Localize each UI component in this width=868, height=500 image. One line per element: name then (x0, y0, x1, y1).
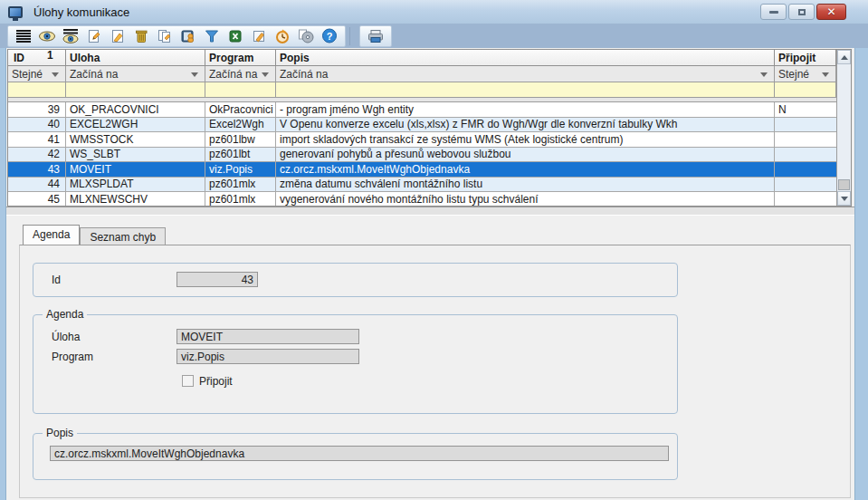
filter-combo-uloha[interactable]: Začíná na (66, 66, 205, 82)
column-header-uloha[interactable]: Uloha (66, 50, 205, 65)
table-cell[interactable]: pz601mlx (205, 178, 276, 192)
new-record-icon[interactable] (82, 26, 106, 45)
agenda-group-legend: Agenda (43, 308, 87, 321)
table-cell[interactable]: viz.Popis (205, 162, 276, 177)
detail-panel: Agenda Seznam chyb Id 43 Agenda Úloha MO… (6, 216, 854, 500)
chevron-down-icon (822, 72, 829, 77)
table-cell[interactable]: 42 (8, 148, 66, 162)
filter-combo-pripojit[interactable]: Stejné (775, 66, 836, 82)
table-cell[interactable]: cz.orcz.mskxml.MoveItWghObjednavka (276, 162, 775, 177)
table-cell[interactable]: MLXNEWSCHV (66, 192, 205, 206)
filter-input-popis[interactable] (276, 82, 775, 97)
table-cell[interactable]: V Openu konverze excelu (xls,xlsx) z FMR… (276, 118, 775, 132)
table-cell[interactable] (775, 162, 836, 177)
id-field: 43 (176, 272, 258, 287)
column-header-pripojit[interactable]: Připojit (775, 50, 836, 65)
edit-note-icon[interactable] (247, 26, 271, 45)
table-cell[interactable]: 40 (8, 118, 66, 132)
toolbar-separator (349, 27, 350, 45)
filter-input-pripojit[interactable] (775, 82, 836, 97)
view-eye-columns-icon[interactable] (59, 26, 82, 45)
filter-combo-id[interactable]: Stejné (8, 66, 66, 82)
table-cell[interactable]: WS_SLBT (66, 148, 205, 162)
table-cell[interactable]: 39 (8, 102, 66, 117)
column-header-id[interactable]: ID 1 (8, 50, 66, 65)
print-icon[interactable] (364, 26, 387, 45)
table-cell[interactable]: OkPracovnici (205, 102, 276, 117)
svg-text:?: ? (327, 31, 333, 42)
filter-combo-program[interactable]: Začíná na (205, 66, 276, 82)
view-eye-icon[interactable] (35, 26, 59, 45)
restore-button[interactable] (788, 4, 815, 20)
minimize-button[interactable] (760, 4, 787, 20)
table-cell[interactable] (775, 118, 836, 132)
table-cell[interactable]: 41 (8, 132, 66, 147)
filter-value-row (8, 82, 836, 98)
table-cell[interactable]: 43 (8, 162, 66, 177)
filter-icon[interactable] (200, 26, 224, 45)
table-cell[interactable] (775, 148, 836, 162)
splitter[interactable] (6, 207, 854, 216)
table-cell[interactable]: - program jméno Wgh entity (276, 102, 775, 117)
table-row[interactable]: 40EXCEL2WGHExcel2WghV Openu konverze exc… (8, 118, 836, 133)
filter-input-program[interactable] (205, 82, 276, 97)
filter-input-uloha[interactable] (66, 82, 205, 97)
help-icon[interactable]: ? (318, 26, 341, 45)
table-cell[interactable]: import skladových transakcí ze systému W… (276, 132, 775, 147)
table-row[interactable]: 41WMSSTOCKpz601lbwimport skladových tran… (8, 132, 836, 148)
table-row[interactable]: 39OK_PRACOVNICIOkPracovnici- program jmé… (8, 102, 836, 118)
table-cell[interactable]: OK_PRACOVNICI (66, 102, 205, 117)
chevron-down-icon (191, 72, 198, 77)
table-cell[interactable]: pz601lbw (205, 132, 276, 147)
id-groupbox: Id 43 (33, 263, 678, 297)
sort-indicator: 1 (47, 50, 56, 61)
table-row[interactable]: 45MLXNEWSCHVpz601mlxvygenerování nového … (8, 192, 836, 206)
pripojit-checkbox-label: Připojit (199, 375, 233, 388)
table-cell[interactable]: Excel2Wgh (205, 118, 276, 132)
table-row[interactable]: 43MOVEITviz.Popiscz.orcz.mskxml.MoveItWg… (8, 162, 836, 178)
table-cell[interactable]: generovaní pohybů a přesunů webovou služ… (276, 148, 775, 162)
column-header-popis[interactable]: Popis (276, 50, 775, 65)
tab-content: Id 43 Agenda Úloha MOVEIT Program viz.Po… (19, 245, 851, 498)
table-row[interactable]: 42WS_SLBTpz601lbtgenerovaní pohybů a pře… (8, 148, 836, 163)
scroll-up-button[interactable] (837, 50, 851, 64)
delete-record-icon[interactable] (129, 26, 153, 45)
table-cell[interactable] (775, 192, 836, 206)
grid-header-row: ID 1 Uloha Program Popis Připojit (8, 50, 836, 66)
scrollbar-thumb[interactable] (838, 179, 850, 190)
table-cell[interactable]: MOVEIT (66, 162, 205, 177)
scroll-down-button[interactable] (837, 191, 851, 206)
table-cell[interactable] (775, 178, 836, 192)
vertical-scrollbar[interactable] (836, 50, 851, 206)
table-cell[interactable]: WMSSTOCK (66, 132, 205, 147)
disc-icon[interactable] (294, 26, 318, 45)
copy-record-icon[interactable] (153, 26, 176, 45)
tab-seznam-chyb[interactable]: Seznam chyb (80, 227, 166, 245)
table-cell[interactable]: EXCEL2WGH (66, 118, 205, 132)
table-cell[interactable]: změna datumu schválení montážního listu (276, 178, 775, 192)
table-cell[interactable] (775, 132, 836, 147)
app-icon (8, 6, 23, 18)
pripojit-checkbox[interactable] (182, 375, 194, 387)
filter-combo-popis[interactable]: Začíná na (276, 66, 775, 82)
table-cell[interactable]: pz601mlx (205, 192, 276, 206)
filter-input-id[interactable] (8, 82, 66, 97)
chevron-down-icon (262, 72, 269, 77)
program-label: Program (52, 351, 93, 363)
refresh-clock-icon[interactable] (271, 26, 294, 45)
browse-book-icon[interactable] (176, 26, 200, 45)
table-cell[interactable]: MLXSPLDAT (66, 178, 205, 192)
table-cell[interactable]: 45 (8, 192, 66, 206)
tab-agenda[interactable]: Agenda (23, 225, 80, 245)
popis-groupbox: Popis cz.orcz.mskxml.MoveItWghObjednavka (33, 433, 678, 480)
column-header-program[interactable]: Program (205, 50, 276, 65)
table-cell[interactable]: 44 (8, 178, 66, 192)
close-button[interactable]: ✕ (816, 4, 846, 20)
table-cell[interactable]: vygenerování nového montážního listu typ… (276, 192, 775, 206)
table-cell[interactable]: pz601lbt (205, 148, 276, 162)
export-excel-icon[interactable] (224, 26, 247, 45)
table-cell[interactable]: N (775, 102, 836, 117)
table-row[interactable]: 44MLXSPLDATpz601mlxzměna datumu schválen… (8, 178, 836, 193)
edit-record-icon[interactable] (106, 26, 129, 45)
menu-list-icon[interactable] (12, 26, 35, 45)
